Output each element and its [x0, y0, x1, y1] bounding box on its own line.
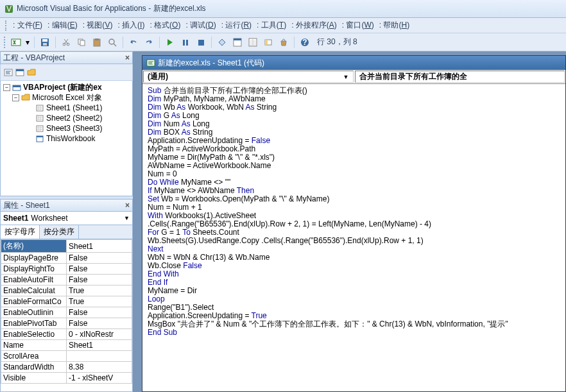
object-dropdown[interactable]: (通用) ▼ [143, 71, 354, 83]
property-row[interactable]: ScrollArea [1, 351, 132, 362]
svg-rect-32 [37, 136, 43, 137]
property-row[interactable]: EnableSelectio0 - xlNoRestr [1, 329, 132, 340]
sheet-icon [35, 124, 45, 133]
redo-icon[interactable] [142, 35, 156, 49]
svg-rect-2 [12, 39, 21, 46]
menu-e[interactable]: : 编辑(E) [45, 19, 80, 32]
tab-alphabetical[interactable]: 按字母序 [1, 225, 40, 239]
tree-item[interactable]: ThisWorkbook [2, 133, 131, 144]
object-selector[interactable]: Sheet1 Worksheet ▼ [0, 212, 133, 225]
menubar-grip[interactable] [5, 21, 8, 31]
code-window-title: 新建的excel.xls - Sheet1 (代码) [158, 58, 264, 69]
toolbar: ▾ ? 行 30，列 8 [0, 33, 566, 51]
tree-item[interactable]: Sheet2 (Sheet2) [2, 113, 131, 123]
menu-i[interactable]: : 插入(I) [115, 19, 147, 32]
property-row[interactable]: DisplayRightToFalse [1, 264, 132, 275]
menu-r[interactable]: : 运行(R) [219, 19, 254, 32]
undo-icon[interactable] [126, 35, 141, 49]
menu-h[interactable]: : 帮助(H) [377, 19, 412, 32]
menu-w[interactable]: : 窗口(W) [339, 19, 377, 32]
property-row[interactable]: EnablePivotTabFalse [1, 318, 132, 329]
paste-icon[interactable] [90, 35, 104, 49]
property-row[interactable]: DisplayPageBreFalse [1, 253, 132, 264]
menu-a[interactable]: : 外接程序(A) [289, 19, 339, 32]
svg-rect-30 [37, 126, 43, 132]
code-window: 新建的excel.xls - Sheet1 (代码) (通用) ▼ 合并当前目录… [142, 55, 566, 392]
code-selectors: (通用) ▼ 合并当前目录下所有工作簿的全 [142, 70, 565, 84]
project-toolbar [0, 64, 133, 81]
dropdown-arrow-icon[interactable]: ▾ [24, 35, 31, 49]
toolbar-grip[interactable] [4, 37, 6, 48]
window-title: Microsoft Visual Basic for Applications … [17, 3, 206, 14]
tree-item[interactable]: Sheet1 (Sheet1) [2, 103, 131, 113]
project-pane-header: 工程 - VBAProject × [0, 51, 133, 64]
window-titlebar: V Microsoft Visual Basic for Application… [0, 0, 566, 18]
property-row[interactable]: EnableCalculatTrue [1, 285, 132, 296]
svg-rect-14 [186, 40, 188, 46]
run-icon[interactable] [163, 35, 177, 49]
property-row[interactable]: EnableOutlininFalse [1, 307, 132, 318]
code-editor[interactable]: Sub 合并当前目录下所有工作簿的全部工作表()Dim MyPath, MyNa… [142, 84, 565, 391]
svg-rect-17 [234, 38, 241, 40]
svg-text:?: ? [302, 38, 307, 47]
svg-rect-11 [95, 38, 99, 40]
svg-rect-28 [37, 105, 43, 111]
property-row[interactable]: EnableAutoFiltFalse [1, 275, 132, 285]
property-row[interactable]: EnableFormatCoTrue [1, 296, 132, 307]
view-code-icon[interactable] [3, 67, 13, 78]
folder-icon[interactable] [26, 67, 37, 78]
help-icon[interactable]: ? [298, 35, 312, 49]
close-icon[interactable]: × [125, 53, 130, 62]
stop-icon[interactable] [194, 35, 208, 49]
menu-v[interactable]: : 视图(V) [80, 19, 116, 32]
project-explorer-icon[interactable] [230, 35, 244, 49]
sheet-icon [35, 114, 45, 123]
svg-rect-13 [183, 40, 185, 46]
menu-f[interactable]: : 文件(F) [10, 19, 45, 32]
properties-pane-title: 属性 - Sheet1 [3, 200, 50, 211]
tree-item[interactable]: Sheet3 (Sheet3) [2, 123, 131, 133]
cut-icon[interactable] [59, 35, 73, 49]
svg-rect-5 [43, 43, 47, 46]
property-row[interactable]: NameSheet1 [1, 340, 132, 351]
chevron-down-icon: ▼ [124, 215, 130, 221]
pause-icon[interactable] [178, 35, 193, 49]
find-icon[interactable] [105, 35, 119, 49]
object-browser-icon[interactable] [261, 35, 275, 49]
toolbox-icon[interactable] [277, 35, 291, 49]
design-mode-icon[interactable] [215, 35, 229, 49]
cursor-position: 行 30，列 8 [317, 37, 357, 47]
project-tree[interactable]: − VBAProject (新建的ex − Microsoft Excel 对象… [0, 81, 133, 196]
svg-point-12 [109, 39, 114, 44]
properties-icon[interactable] [246, 35, 260, 49]
save-icon[interactable] [38, 35, 52, 49]
excel-icon[interactable] [9, 35, 23, 49]
property-grid[interactable]: (名称)Sheet1DisplayPageBreFalseDisplayRigh… [0, 239, 133, 392]
menu-o[interactable]: : 格式(O) [147, 19, 183, 32]
view-object-icon[interactable] [15, 67, 25, 78]
left-pane: 工程 - VBAProject × − VBAProject (新建的ex − … [0, 51, 133, 392]
menubar: : 文件(F): 编辑(E): 视图(V): 插入(I): 格式(O): 调试(… [0, 18, 566, 33]
svg-rect-9 [80, 40, 85, 46]
svg-rect-4 [42, 39, 47, 42]
code-window-titlebar[interactable]: 新建的excel.xls - Sheet1 (代码) [142, 56, 565, 70]
tree-excel-objects[interactable]: − Microsoft Excel 对象 [2, 92, 131, 103]
menu-t[interactable]: : 工具(T) [254, 19, 289, 32]
mdi-area: 新建的excel.xls - Sheet1 (代码) (通用) ▼ 合并当前目录… [133, 51, 566, 392]
svg-text:V: V [6, 4, 12, 13]
svg-rect-25 [16, 69, 24, 71]
svg-rect-29 [37, 115, 43, 121]
tab-categorized[interactable]: 按分类序 [40, 225, 79, 239]
copy-icon[interactable] [74, 35, 89, 49]
chevron-down-icon: ▼ [343, 74, 349, 80]
workbook-icon [35, 134, 45, 143]
tree-project-root[interactable]: − VBAProject (新建的ex [2, 82, 131, 92]
property-row[interactable]: StandardWidth8.38 [1, 362, 132, 373]
close-icon[interactable]: × [125, 201, 130, 210]
property-row[interactable]: (名称)Sheet1 [1, 240, 132, 253]
procedure-dropdown[interactable]: 合并当前目录下所有工作簿的全 [355, 71, 565, 83]
property-row[interactable]: Visible-1 - xlSheetV [1, 373, 132, 384]
menu-d[interactable]: : 调试(D) [183, 19, 218, 32]
property-tabs: 按字母序 按分类序 [0, 225, 133, 239]
code-icon [146, 58, 155, 67]
